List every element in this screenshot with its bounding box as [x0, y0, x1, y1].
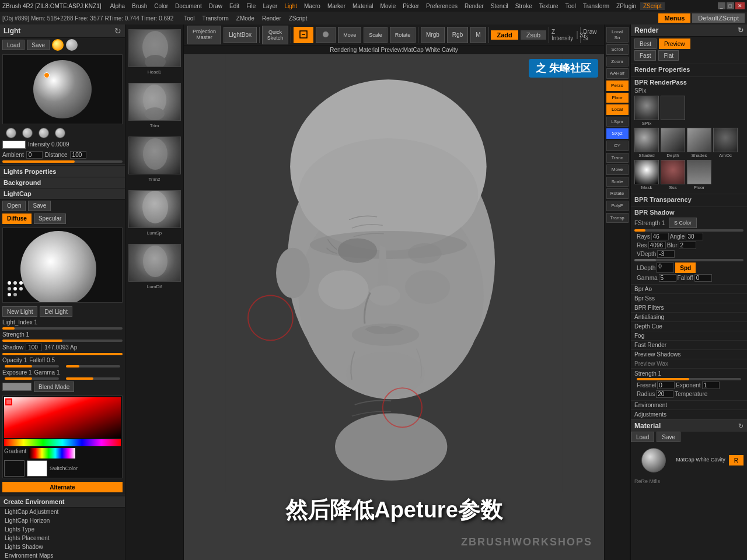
- intensity-slider[interactable]: [2, 160, 123, 163]
- light-icon-6[interactable]: [55, 128, 65, 138]
- preview-wax-btn[interactable]: Preview Wax: [631, 359, 747, 369]
- menu-picker[interactable]: Picker: [400, 2, 422, 10]
- menu-preferences[interactable]: Preferences: [423, 2, 460, 10]
- rt-floor[interactable]: Floor: [606, 93, 629, 103]
- material-refresh-icon[interactable]: ↻: [738, 422, 743, 430]
- flat-btn[interactable]: Flat: [658, 50, 679, 61]
- best-btn[interactable]: Best: [634, 38, 657, 49]
- menu-zscript[interactable]: ZScript: [640, 2, 665, 10]
- ldepth-val[interactable]: 0: [657, 262, 674, 273]
- shades-thumb[interactable]: [687, 128, 711, 152]
- color-swatch[interactable]: [2, 141, 26, 149]
- menu-file[interactable]: File: [243, 2, 259, 10]
- fast-btn[interactable]: Fast: [634, 50, 656, 61]
- distance-val[interactable]: 100: [70, 151, 86, 159]
- rt-zoom[interactable]: Zoom: [606, 57, 629, 67]
- color-field[interactable]: [4, 397, 121, 438]
- rt-local-sn[interactable]: LocalSn: [606, 27, 629, 43]
- falloff-slider[interactable]: [66, 365, 120, 368]
- canvas-area[interactable]: 然后降低Apeture参数 ZBRUSHWORKSHOPS 之 朱峰社区: [184, 54, 604, 560]
- bpr-filters-btn[interactable]: BPR Filters: [631, 303, 747, 313]
- white-swatch[interactable]: [27, 460, 47, 477]
- preview-thumb-2[interactable]: [128, 83, 181, 121]
- shaded-thumb[interactable]: [634, 128, 659, 152]
- lights-shadow[interactable]: Lights Shadow: [0, 542, 125, 551]
- depth-thumb[interactable]: [661, 128, 685, 152]
- vdepth-slider[interactable]: [634, 259, 743, 261]
- tb2-tool[interactable]: Tool: [181, 15, 197, 22]
- move-btn[interactable]: Move: [338, 27, 361, 43]
- light-refresh-icon[interactable]: ↻: [114, 26, 121, 36]
- menu-layer[interactable]: Layer: [260, 2, 280, 10]
- gamma-val[interactable]: 5: [659, 274, 676, 282]
- lightbox-btn[interactable]: LightBox: [224, 27, 257, 43]
- gradient-swatch[interactable]: [29, 448, 75, 459]
- menu-marker[interactable]: Marker: [324, 2, 348, 10]
- material-sphere-preview[interactable]: [641, 448, 666, 473]
- empty-thumb[interactable]: [661, 96, 685, 120]
- alternate-btn[interactable]: Alternate: [2, 482, 123, 492]
- rt-lsym[interactable]: LSym: [606, 117, 629, 127]
- rt-cy[interactable]: CY: [606, 141, 629, 151]
- tb2-transform[interactable]: Transform: [200, 15, 232, 22]
- light-save-btn[interactable]: Save: [27, 40, 50, 50]
- exposure-slider[interactable]: [5, 377, 59, 380]
- default-zscript-btn[interactable]: DefaultZScript: [692, 13, 745, 23]
- lightcap-adjustment[interactable]: LightCap Adjustment: [0, 508, 125, 516]
- zadd-btn[interactable]: Zadd: [491, 30, 518, 40]
- shadow-slider[interactable]: [2, 353, 123, 355]
- lightcap-open-btn[interactable]: Open: [2, 201, 26, 211]
- rt-aahalf[interactable]: AAHalf: [606, 68, 629, 79]
- preview-thumb-3[interactable]: [128, 136, 181, 174]
- mat-r-btn[interactable]: R: [729, 455, 743, 466]
- color-spectrum[interactable]: [4, 397, 121, 438]
- menu-tool[interactable]: Tool: [563, 2, 579, 10]
- menu-stencil[interactable]: Stencil: [488, 2, 511, 10]
- tb2-render[interactable]: Render: [259, 15, 284, 22]
- black-swatch[interactable]: [4, 460, 25, 477]
- light-position-dot[interactable]: [44, 72, 50, 78]
- menu-material[interactable]: Material: [350, 2, 376, 10]
- preview-thumb-1[interactable]: [128, 29, 181, 67]
- rt-local[interactable]: Local: [606, 104, 629, 115]
- spd-btn[interactable]: Spd: [675, 262, 696, 273]
- mat-load-btn[interactable]: Load: [631, 432, 654, 442]
- mat-save-btn[interactable]: Save: [657, 432, 680, 442]
- create-env-title[interactable]: Create Environment: [0, 496, 125, 508]
- rt-perzo[interactable]: Perzo: [606, 80, 629, 91]
- lightcap-horizon[interactable]: LightCap Horizon: [0, 516, 125, 525]
- light-icon-active[interactable]: [52, 39, 64, 51]
- tb2-zmode[interactable]: ZMode: [233, 15, 257, 22]
- rays-val[interactable]: 46: [651, 233, 669, 240]
- light-load-btn[interactable]: Load: [2, 40, 25, 50]
- falloff-val[interactable]: 0: [694, 274, 712, 282]
- angle-val[interactable]: 30: [686, 233, 703, 240]
- res-val[interactable]: 4096: [648, 242, 666, 249]
- rt-tranc[interactable]: Tranc: [606, 153, 629, 163]
- del-light-btn[interactable]: Del Light: [40, 306, 72, 317]
- preview-thumb-5[interactable]: [128, 244, 181, 282]
- fstrength-slider[interactable]: [634, 229, 743, 232]
- light-index-slider[interactable]: [2, 327, 123, 330]
- preview-shadows-btn[interactable]: Preview Shadows: [631, 350, 747, 359]
- draw-btn[interactable]: [316, 27, 336, 43]
- rt-scroll[interactable]: Scroll: [606, 44, 629, 55]
- menu-alpha[interactable]: Alpha: [107, 2, 128, 10]
- diffuse-btn[interactable]: Diffuse: [2, 214, 32, 224]
- menus-btn[interactable]: Menus: [658, 13, 690, 23]
- zsub-btn[interactable]: Zsub: [521, 30, 546, 40]
- menu-macro[interactable]: Macro: [301, 2, 323, 10]
- s-color-btn[interactable]: S Color: [669, 218, 697, 228]
- minimize-btn[interactable]: _: [718, 2, 725, 9]
- shadow-val[interactable]: 100: [26, 344, 42, 351]
- z-intensity-slider[interactable]: 37: [577, 31, 578, 39]
- lights-type[interactable]: Lights Type: [0, 525, 125, 534]
- menu-light[interactable]: Light: [281, 2, 300, 10]
- menu-zplugin[interactable]: ZPlugin: [613, 2, 639, 10]
- exponent-val[interactable]: 1: [702, 382, 720, 389]
- color-cursor[interactable]: [5, 398, 12, 405]
- menu-stroke[interactable]: Stroke: [512, 2, 535, 10]
- preview-thumb-4[interactable]: [128, 190, 181, 228]
- lightcap-save-btn[interactable]: Save: [28, 201, 51, 211]
- lights-placement[interactable]: Lights Placement: [0, 534, 125, 542]
